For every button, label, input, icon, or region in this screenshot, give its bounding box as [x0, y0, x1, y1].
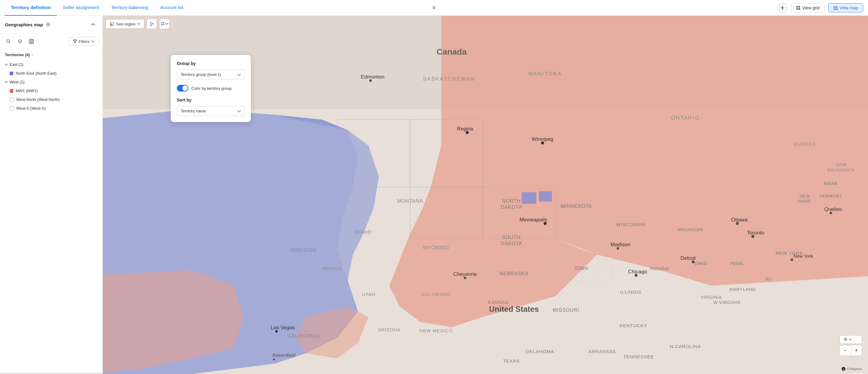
chevron-flag-icon: [165, 22, 168, 25]
svg-text:ARIZONA: ARIZONA: [378, 327, 401, 332]
group-by-select[interactable]: Territory group (level 1): [177, 69, 245, 80]
sort-arrow-icon: ↑: [32, 53, 34, 57]
sidebar-resize-handle[interactable]: [0, 373, 102, 374]
svg-text:Las Vegas: Las Vegas: [271, 324, 295, 331]
group-by-label: Group by: [177, 61, 245, 66]
northeast-label: North East (North East): [16, 71, 57, 75]
chevron-up-icon: [91, 22, 95, 27]
search-button[interactable]: [4, 36, 13, 46]
svg-text:PENN.: PENN.: [730, 261, 745, 266]
sidebar: Geographies map: [0, 16, 103, 374]
collapse-east-icon: [5, 63, 8, 66]
svg-rect-0: [796, 6, 798, 7]
us-label: United States: [489, 305, 539, 313]
west-s-checkbox[interactable]: [10, 106, 14, 111]
tab-seller-assignment[interactable]: Seller assignment: [57, 0, 105, 16]
svg-point-93: [273, 358, 275, 361]
list-item-west-s[interactable]: West-S (West-S): [0, 104, 102, 113]
view-grid-button[interactable]: View grid: [791, 3, 825, 12]
canada-label: Canada: [437, 47, 467, 57]
zoom-in-button[interactable]: +: [851, 345, 862, 355]
svg-text:Quebec: Quebec: [825, 206, 843, 212]
group-by-chevron-icon: [237, 73, 241, 76]
tab-account-list[interactable]: Account list: [154, 0, 189, 16]
svg-text:⊕: ⊕: [843, 369, 844, 370]
search-icon: [6, 39, 11, 44]
territory-group-header-west[interactable]: West (1): [0, 77, 102, 86]
map-toolbar: Geo region: [106, 19, 169, 29]
table-icon: [29, 39, 34, 44]
zoom-location-button[interactable]: [840, 335, 862, 344]
svg-text:IOWA: IOWA: [575, 266, 588, 271]
svg-text:N.CAROLINA: N.CAROLINA: [670, 344, 701, 349]
select-tool-button[interactable]: [147, 19, 157, 29]
svg-text:TEXAS: TEXAS: [503, 358, 520, 364]
sort-by-select[interactable]: Territory name: [177, 106, 245, 116]
select-icon: [150, 22, 154, 26]
toggle-knob: [182, 86, 188, 91]
chevron-down-icon: [91, 40, 94, 43]
layers-button[interactable]: [15, 36, 25, 46]
svg-text:OHIO: OHIO: [694, 261, 708, 266]
svg-text:ARKANSAS: ARKANSAS: [588, 349, 616, 354]
list-item-west-north[interactable]: West-North (West-North): [0, 95, 102, 104]
svg-text:Chicago: Chicago: [628, 269, 647, 275]
settings-icon[interactable]: [45, 22, 51, 27]
filters-button[interactable]: Filters: [68, 37, 99, 46]
mw1-label: MW1 (MW1): [16, 89, 38, 93]
flag-icon: [161, 22, 165, 26]
svg-text:MISSOURI: MISSOURI: [553, 307, 579, 313]
svg-text:KENTUCKY: KENTUCKY: [620, 323, 647, 328]
filter-icon: [73, 39, 77, 43]
svg-text:VIRGINIA: VIRGINIA: [701, 295, 722, 300]
tab-territory-balancing[interactable]: Territory balancing: [105, 0, 154, 16]
add-button[interactable]: [778, 3, 787, 13]
sidebar-collapse-button[interactable]: [89, 20, 98, 29]
color-by-label: Color by territory group: [191, 86, 231, 91]
geo-region-button[interactable]: Geo region: [106, 19, 144, 29]
svg-text:WISCONSIN: WISCONSIN: [616, 222, 646, 227]
svg-text:Regina: Regina: [457, 126, 473, 132]
collapse-west-icon: [5, 81, 8, 84]
filters-dropdown: Group by Territory group (level 1) Color…: [171, 55, 251, 122]
table-button[interactable]: [27, 36, 36, 46]
svg-rect-1: [799, 6, 800, 7]
color-by-toggle[interactable]: [177, 85, 188, 92]
map-icon: [834, 6, 838, 10]
west-north-checkbox[interactable]: [10, 98, 14, 102]
territory-group-header-east[interactable]: East (1): [0, 60, 102, 69]
nav-center: ≡: [433, 4, 436, 11]
layers-icon: [18, 39, 22, 44]
location-icon: [843, 338, 848, 342]
list-item-mw1[interactable]: MW1 (MW1): [0, 86, 102, 95]
svg-point-4: [47, 24, 49, 25]
map-zoom-controls: − +: [840, 335, 862, 356]
svg-text:KANSAS: KANSAS: [488, 300, 509, 305]
svg-text:MARYLAND: MARYLAND: [729, 287, 756, 292]
tab-territory-definition[interactable]: Territory definition: [5, 0, 57, 16]
svg-text:NEBRASKA: NEBRASKA: [500, 271, 529, 276]
svg-text:New York: New York: [793, 253, 813, 258]
west-s-label: West-S (West-S): [16, 106, 45, 111]
svg-text:COLORADO: COLORADO: [422, 292, 450, 297]
list-item-northeast[interactable]: North East (North East): [0, 69, 102, 77]
mapbox-icon: ⊕: [841, 367, 846, 371]
svg-text:OREGON: OREGON: [290, 247, 317, 253]
svg-text:NEVADA: NEVADA: [322, 266, 342, 271]
svg-text:IDAHO: IDAHO: [355, 229, 372, 235]
svg-text:UTAH: UTAH: [362, 292, 375, 297]
svg-text:Winnipeg: Winnipeg: [532, 136, 553, 142]
svg-text:NEW MEXICO: NEW MEXICO: [420, 328, 453, 333]
svg-text:Toronto: Toronto: [747, 229, 764, 236]
svg-text:ILLINOIS: ILLINOIS: [620, 289, 641, 294]
territory-group-east: East (1) North East (North East): [0, 60, 102, 77]
sort-by-chevron-icon: [237, 110, 241, 113]
svg-text:Edmonton: Edmonton: [361, 74, 384, 80]
nav-right: View grid View map: [778, 3, 863, 13]
svg-rect-10: [539, 191, 552, 201]
territories-header: Territories (4) ↑: [0, 50, 102, 59]
map-area: Canada United States SASKATCHEWAN MANITO…: [103, 16, 868, 374]
flag-tool-button[interactable]: [159, 19, 169, 29]
view-map-button[interactable]: View map: [829, 3, 863, 12]
zoom-out-button[interactable]: −: [840, 345, 851, 355]
